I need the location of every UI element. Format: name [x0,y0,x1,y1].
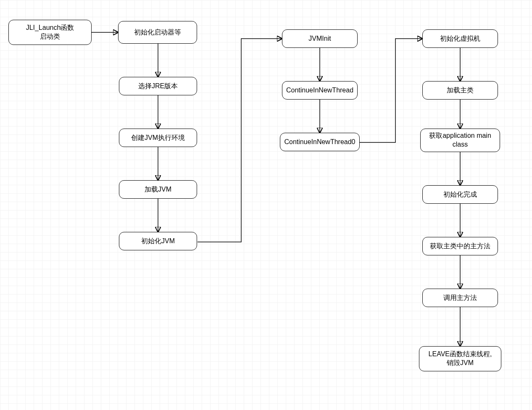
node-get-main-method: 获取主类中的主方法 [422,237,498,255]
node-load-main-class: 加载主类 [422,81,498,100]
node-label: 创建JVM执行环境 [131,134,185,142]
node-load-jvm: 加载JVM [119,180,197,199]
node-label: 加载主类 [447,86,474,95]
node-jvminit: JVMInit [282,29,358,48]
node-leave-destroy-jvm: LEAVE函数结束线程,销毁JVM [419,346,501,371]
node-label: 初始化完成 [443,190,477,199]
node-label: JLI_Launch函数启动类 [26,24,74,41]
node-label: JVMInit [308,34,331,43]
node-label: 初始化JVM [141,237,175,246]
node-jli-launch: JLI_Launch函数启动类 [8,20,92,45]
node-get-app-main-class: 获取application main class [420,129,500,152]
node-select-jre: 选择JRE版本 [119,77,197,95]
node-label: 获取application main class [424,131,496,149]
node-label: 加载JVM [145,185,171,194]
node-label: LEAVE函数结束线程,销毁JVM [429,350,492,368]
node-init-jvm: 初始化JVM [119,232,197,250]
node-label: ContinueInNewThread0 [284,138,356,147]
node-continue-new-thread0: ContinueInNewThread0 [280,133,360,151]
node-create-jvm-env: 创建JVM执行环境 [119,129,197,147]
node-continue-new-thread: ContinueInNewThread [282,81,358,100]
node-label: ContinueInNewThread [286,86,353,95]
node-init-complete: 初始化完成 [422,185,498,204]
node-label: 调用主方法 [443,294,477,302]
node-call-main-method: 调用主方法 [422,289,498,307]
node-label: 初始化虚拟机 [440,34,480,43]
node-label: 初始化启动器等 [134,28,181,37]
node-label: 获取主类中的主方法 [430,242,490,251]
node-init-vm: 初始化虚拟机 [422,29,498,48]
node-init-launcher: 初始化启动器等 [118,21,197,44]
node-label: 选择JRE版本 [138,82,178,91]
